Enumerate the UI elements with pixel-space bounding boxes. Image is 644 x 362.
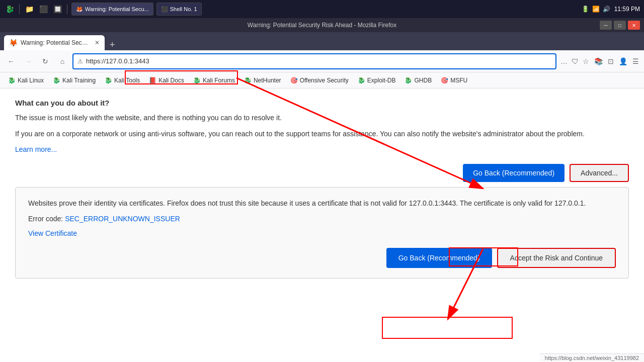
bookmark-msfu[interactable]: 🎯 MSFU (437, 75, 471, 85)
split-view-button[interactable]: ⊡ (607, 56, 615, 66)
address-bar[interactable]: ⚠ https://127.0.0.1:3443 (72, 53, 556, 69)
home-button[interactable]: ⌂ (55, 54, 69, 68)
tab-title: Warning: Potential Secu... (21, 39, 90, 46)
bookmark-ghdb-label: GHDB (414, 77, 432, 84)
advanced-box: Websites prove their identity via certif… (15, 187, 629, 279)
firefox-tab-icon: 🦊 (9, 39, 18, 47)
address-bar-actions: … 🛡 ☆ (559, 56, 590, 66)
apps-icon[interactable]: 🔲 (52, 4, 63, 15)
shell-taskbar-btn[interactable]: ⬛ Shell No. 1 (156, 3, 202, 16)
bookmark-kali-docs[interactable]: 📕 Kali Docs (145, 75, 188, 85)
status-url: https://blog.csdn.net/weixin_43119982 (545, 355, 639, 361)
go-back-button-2[interactable]: Go Back (Recommended) (386, 248, 492, 268)
error-code-line: Error code: SEC_ERROR_UNKNOWN_ISSUER (28, 215, 616, 223)
taskbar-time: 🔋 📶 🔊 11:59 PM (582, 6, 640, 13)
shield-button[interactable]: 🛡 (571, 56, 580, 66)
back-button[interactable]: ← (4, 54, 18, 68)
bookmark-kali-docs-label: Kali Docs (158, 77, 184, 84)
kali-dragon-icon[interactable]: 🐉 (4, 4, 15, 15)
bookmark-exploit-db[interactable]: 🐉 Exploit-DB (354, 75, 400, 85)
kali-forums-icon: 🐉 (193, 77, 201, 84)
bookmark-msfu-label: MSFU (450, 77, 467, 84)
page-content: What can you do about it? The issue is m… (0, 88, 644, 351)
tab-close-icon[interactable]: ✕ (95, 39, 100, 46)
bookmark-ghdb[interactable]: 🐉 GHDB (400, 75, 436, 85)
bookmark-kali-training[interactable]: 🐉 Kali Training (49, 75, 100, 85)
ghdb-icon: 🐉 (405, 77, 412, 84)
go-back-button[interactable]: Go Back (Recommended) (463, 164, 565, 182)
bookmark-exploit-db-label: Exploit-DB (367, 77, 396, 84)
learn-more-link[interactable]: Learn more... (15, 145, 57, 153)
accept-risk-button[interactable]: Accept the Risk and Continue (497, 248, 616, 268)
page-text-2: If you are on a corporate network or usi… (15, 128, 629, 139)
firefox-icon: 🦊 (76, 6, 83, 13)
maximize-button[interactable]: □ (614, 21, 626, 30)
browser-title-text: Warning: Potential Security Risk Ahead -… (248, 22, 396, 29)
terminal-icon[interactable]: ⬛ (38, 4, 49, 15)
advanced-button-row: Go Back (Recommended) Accept the Risk an… (28, 238, 616, 268)
network-icon: 📶 (592, 6, 600, 13)
bookmark-kali-tools-label: Kali Tools (114, 77, 140, 84)
taskbar-separator (19, 4, 20, 14)
security-lock-icon: ⚠ (77, 58, 83, 65)
address-bar-row: ← → ↻ ⌂ ⚠ https://127.0.0.1:3443 … 🛡 ☆ 📚… (0, 50, 644, 72)
page-text-1: The issue is most likely with the websit… (15, 112, 629, 123)
kali-linux-icon: 🐉 (8, 77, 16, 84)
forward-button[interactable]: → (21, 54, 35, 68)
bookmark-nethunter[interactable]: 🐉 NetHunter (240, 75, 285, 85)
new-tab-button[interactable]: + (107, 40, 118, 50)
active-tab[interactable]: 🦊 Warning: Potential Secu... ✕ (4, 35, 105, 50)
sound-icon: 🔊 (603, 6, 610, 13)
main-button-row: Go Back (Recommended) Advanced... (15, 154, 629, 187)
advanced-button[interactable]: Advanced... (570, 164, 629, 182)
taskbar-separator-2 (67, 4, 67, 14)
firefox-tab-label: Warning: Potential Secu... (85, 6, 149, 12)
bookmark-kali-tools[interactable]: 🐉 Kali Tools (101, 75, 144, 85)
menu-button[interactable]: ☰ (631, 56, 640, 66)
battery-icon: 🔋 (582, 6, 589, 13)
status-bar: https://blog.csdn.net/weixin_43119982 (540, 353, 644, 362)
nethunter-icon: 🐉 (244, 77, 252, 84)
bookmark-offensive-security-label: Offensive Security (300, 77, 349, 84)
shell-tab-label: Shell No. 1 (170, 6, 197, 12)
kali-tools-icon: 🐉 (105, 77, 112, 84)
kali-training-icon: 🐉 (53, 77, 60, 84)
exploit-db-icon: 🐉 (358, 77, 365, 84)
shell-icon: ⬛ (161, 6, 168, 13)
bookmark-kali-forums-label: Kali Forums (203, 77, 235, 84)
sidebar-toggle-button[interactable]: 📚 (593, 56, 604, 66)
bookmark-kali-linux[interactable]: 🐉 Kali Linux (4, 75, 48, 85)
files-icon[interactable]: 📁 (24, 4, 35, 15)
firefox-taskbar-btn[interactable]: 🦊 Warning: Potential Secu... (71, 3, 153, 16)
browser-titlebar: Warning: Potential Security Risk Ahead -… (0, 18, 644, 32)
reload-button[interactable]: ↻ (38, 54, 52, 68)
error-code-link[interactable]: SEC_ERROR_UNKNOWN_ISSUER (65, 215, 180, 223)
window-controls: ─ □ ✕ (600, 21, 640, 30)
account-button[interactable]: 👤 (618, 56, 628, 66)
taskbar: 🐉 📁 ⬛ 🔲 🦊 Warning: Potential Secu... ⬛ S… (0, 0, 644, 18)
url-text: https://127.0.0.1:3443 (86, 57, 551, 65)
advanced-text: Websites prove their identity via certif… (28, 198, 616, 209)
more-options-button[interactable]: … (559, 56, 569, 66)
bookmark-kali-linux-label: Kali Linux (18, 77, 44, 84)
clock: 11:59 PM (614, 6, 640, 13)
bookmark-nethunter-label: NetHunter (254, 77, 281, 84)
msfu-icon: 🎯 (441, 77, 448, 84)
offensive-security-icon: 🎯 (290, 77, 298, 84)
error-code-label: Error code: (28, 215, 63, 223)
close-button[interactable]: ✕ (628, 21, 640, 30)
tab-bar: 🦊 Warning: Potential Secu... ✕ + (0, 32, 644, 50)
what-can-heading: What can you do about it? (15, 88, 629, 112)
kali-docs-icon: 📕 (149, 77, 156, 84)
view-certificate-link[interactable]: View Certificate (28, 229, 77, 237)
bookmark-button[interactable]: ☆ (582, 56, 590, 66)
bookmark-kali-forums[interactable]: 🐉 Kali Forums (189, 75, 239, 85)
minimize-button[interactable]: ─ (600, 21, 612, 30)
bookmark-kali-training-label: Kali Training (62, 77, 96, 84)
bookmark-offensive-security[interactable]: 🎯 Offensive Security (286, 75, 353, 85)
bookmarks-bar: 🐉 Kali Linux 🐉 Kali Training 🐉 Kali Tool… (0, 72, 644, 88)
taskbar-system-icons: 🔋 📶 🔊 (582, 6, 610, 13)
